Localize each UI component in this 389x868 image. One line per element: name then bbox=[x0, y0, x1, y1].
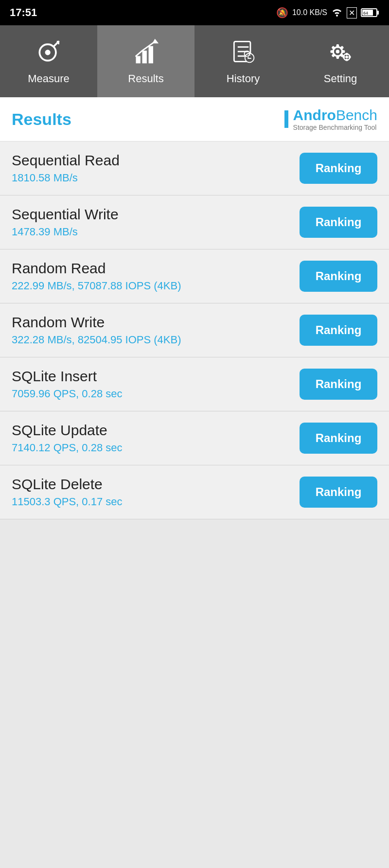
result-value: 222.99 MB/s, 57087.88 IOPS (4KB) bbox=[12, 280, 181, 292]
result-value: 11503.3 QPS, 0.17 sec bbox=[12, 496, 123, 508]
setting-icon bbox=[327, 38, 354, 69]
mute-icon: 🔕 bbox=[276, 7, 288, 18]
ranking-button-6[interactable]: Ranking bbox=[300, 477, 377, 508]
battery-icon: 64 bbox=[361, 8, 379, 18]
result-info: Random Read 222.99 MB/s, 57087.88 IOPS (… bbox=[12, 260, 181, 292]
result-name: Sequential Write bbox=[12, 206, 119, 223]
result-value: 1810.58 MB/s bbox=[12, 172, 120, 184]
svg-rect-29 bbox=[331, 53, 336, 57]
brand-accent bbox=[284, 110, 288, 128]
history-icon bbox=[230, 38, 257, 69]
svg-rect-24 bbox=[330, 50, 334, 53]
ranking-button-3[interactable]: Ranking bbox=[300, 315, 377, 346]
result-value: 1478.39 MB/s bbox=[12, 226, 119, 238]
brand-subtitle: Storage Benchmarking Tool bbox=[293, 124, 377, 131]
svg-rect-23 bbox=[336, 55, 339, 58]
ranking-button-1[interactable]: Ranking bbox=[300, 207, 377, 238]
result-value: 7140.12 QPS, 0.28 sec bbox=[12, 442, 123, 454]
measure-icon bbox=[35, 38, 62, 69]
ranking-button-2[interactable]: Ranking bbox=[300, 261, 377, 292]
ranking-button-0[interactable]: Ranking bbox=[300, 153, 377, 184]
svg-line-7 bbox=[54, 41, 58, 46]
result-value: 322.28 MB/s, 82504.95 IOPS (4KB) bbox=[12, 334, 181, 346]
nav-item-results[interactable]: Results bbox=[97, 25, 194, 97]
svg-rect-34 bbox=[343, 55, 345, 58]
nav-item-setting[interactable]: Setting bbox=[292, 25, 389, 97]
page-title: Results bbox=[12, 110, 71, 129]
svg-rect-33 bbox=[346, 58, 348, 61]
result-name: SQLite Update bbox=[12, 422, 123, 439]
svg-rect-22 bbox=[336, 44, 339, 48]
svg-marker-13 bbox=[152, 38, 159, 43]
result-info: Random Write 322.28 MB/s, 82504.95 IOPS … bbox=[12, 314, 181, 346]
result-row: SQLite Delete 11503.3 QPS, 0.17 sec Rank… bbox=[0, 465, 389, 519]
result-name: Sequential Read bbox=[12, 152, 120, 169]
nav-label-setting: Setting bbox=[324, 72, 357, 85]
results-list: Sequential Read 1810.58 MB/s Ranking Seq… bbox=[0, 142, 389, 519]
result-name: SQLite Insert bbox=[12, 368, 123, 385]
status-time: 17:51 bbox=[10, 6, 37, 19]
svg-rect-25 bbox=[341, 50, 345, 53]
nav-item-measure[interactable]: Measure bbox=[0, 25, 97, 97]
result-row: Random Read 222.99 MB/s, 57087.88 IOPS (… bbox=[0, 249, 389, 303]
brand-name-part2: Bench bbox=[336, 107, 377, 123]
svg-rect-28 bbox=[339, 45, 344, 50]
svg-rect-26 bbox=[331, 45, 336, 50]
svg-rect-32 bbox=[346, 53, 348, 55]
x-icon: ✕ bbox=[347, 7, 357, 18]
result-name: Random Read bbox=[12, 260, 181, 277]
svg-point-21 bbox=[336, 50, 339, 53]
svg-point-0 bbox=[336, 15, 338, 17]
result-row: Sequential Write 1478.39 MB/s Ranking bbox=[0, 195, 389, 249]
svg-point-6 bbox=[45, 50, 51, 55]
result-info: SQLite Insert 7059.96 QPS, 0.28 sec bbox=[12, 368, 123, 400]
result-row: SQLite Update 7140.12 QPS, 0.28 sec Rank… bbox=[0, 411, 389, 465]
result-row: Random Write 322.28 MB/s, 82504.95 IOPS … bbox=[0, 303, 389, 357]
page-header: Results AndroBench Storage Benchmarking … bbox=[0, 97, 389, 142]
wifi-icon bbox=[331, 7, 343, 19]
svg-rect-35 bbox=[349, 55, 351, 58]
svg-rect-12 bbox=[149, 46, 153, 63]
result-info: Sequential Write 1478.39 MB/s bbox=[12, 206, 119, 238]
brand-logo: AndroBench Storage Benchmarking Tool bbox=[284, 107, 377, 131]
result-name: SQLite Delete bbox=[12, 476, 123, 493]
status-right: 🔕 10.0 KB/S ✕ 64 bbox=[276, 7, 379, 19]
svg-rect-10 bbox=[136, 56, 140, 63]
ranking-button-4[interactable]: Ranking bbox=[300, 369, 377, 400]
network-speed: 10.0 KB/S bbox=[292, 8, 327, 17]
result-row: Sequential Read 1810.58 MB/s Ranking bbox=[0, 142, 389, 195]
result-row: SQLite Insert 7059.96 QPS, 0.28 sec Rank… bbox=[0, 357, 389, 411]
svg-rect-2 bbox=[377, 11, 379, 15]
brand-name-part1: Andro bbox=[293, 107, 336, 123]
nav-label-results: Results bbox=[128, 72, 163, 85]
nav-label-history: History bbox=[227, 72, 260, 85]
bottom-area bbox=[0, 519, 389, 714]
svg-text:64: 64 bbox=[363, 11, 368, 16]
results-icon bbox=[132, 38, 159, 69]
nav-item-history[interactable]: History bbox=[194, 25, 292, 97]
result-info: Sequential Read 1810.58 MB/s bbox=[12, 152, 120, 184]
result-value: 7059.96 QPS, 0.28 sec bbox=[12, 388, 123, 400]
result-name: Random Write bbox=[12, 314, 181, 331]
brand-name: AndroBench bbox=[293, 107, 377, 124]
nav-label-measure: Measure bbox=[28, 72, 70, 85]
svg-rect-11 bbox=[142, 51, 147, 63]
result-info: SQLite Delete 11503.3 QPS, 0.17 sec bbox=[12, 476, 123, 508]
status-bar: 17:51 🔕 10.0 KB/S ✕ 64 bbox=[0, 0, 389, 25]
result-info: SQLite Update 7140.12 QPS, 0.28 sec bbox=[12, 422, 123, 454]
svg-point-31 bbox=[345, 55, 348, 58]
nav-bar: Measure Results bbox=[0, 25, 389, 97]
ranking-button-5[interactable]: Ranking bbox=[300, 423, 377, 454]
